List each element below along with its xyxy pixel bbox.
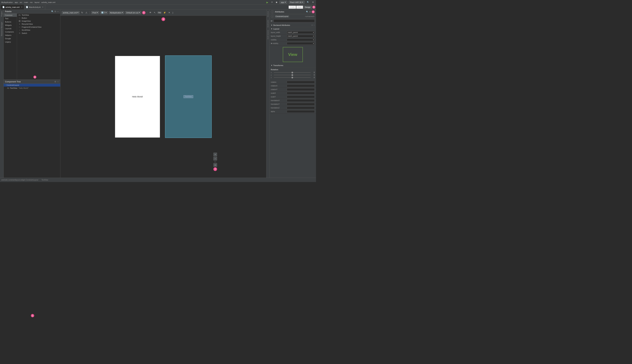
project-tab[interactable]: Project: [1, 10, 3, 18]
t-dropdown[interactable]: 🔤 T ▾: [100, 11, 108, 14]
palette-item-button[interactable]: □ Button: [17, 16, 60, 20]
category-widgets[interactable]: Widgets: [4, 24, 17, 27]
category-buttons[interactable]: Buttons: [4, 20, 17, 24]
breadcrumb-res[interactable]: res: [30, 1, 32, 3]
palette-item-scrollview[interactable]: ↕ ScrollView: [17, 28, 60, 32]
rotationX-input[interactable]: [287, 84, 315, 87]
info-icon[interactable]: i: [271, 10, 274, 13]
tab-main-activity[interactable]: 📄 MainActivity.kt ✕: [24, 5, 45, 10]
visibility-dropdown[interactable]: ▾: [287, 38, 315, 41]
rotation-input[interactable]: [287, 81, 315, 84]
tab-close-kt[interactable]: ✕: [42, 6, 44, 8]
attr-settings-button[interactable]: ⚙: [309, 10, 311, 13]
breadcrumb-src[interactable]: src: [20, 1, 22, 3]
component-tree-minimize[interactable]: —: [57, 80, 59, 83]
stop-button[interactable]: ◼: [275, 1, 278, 4]
breadcrumb-myapplication[interactable]: MyApplication: [1, 1, 13, 3]
category-helpers[interactable]: Helpers: [4, 34, 17, 37]
rotationY-input[interactable]: [287, 88, 315, 91]
tab-activity-main[interactable]: 📄 activity_main.xml ✕: [1, 5, 24, 10]
app-selector[interactable]: app ▾: [280, 1, 287, 4]
layout-section-header[interactable]: ▼ Layout: [270, 27, 316, 31]
layout-height-dropdown[interactable]: match_parent ▾: [287, 35, 315, 37]
build-variants-tab[interactable]: Build Variants: [267, 30, 269, 39]
add-attr-button[interactable]: +: [312, 24, 313, 26]
palette-settings-button[interactable]: ⚙: [54, 10, 56, 13]
category-text[interactable]: Text: [4, 17, 17, 20]
zoom-out-button[interactable]: −: [214, 157, 217, 160]
split-view-button[interactable]: Split: [296, 6, 303, 9]
locale-dropdown[interactable]: Default (en-us) ▾: [125, 11, 141, 14]
layout-width-arrow: ▾: [313, 32, 314, 33]
translationZ-input[interactable]: [287, 106, 315, 109]
zoom-in-button[interactable]: +: [214, 153, 217, 156]
bookmarks-tab[interactable]: Bookmarks: [267, 20, 269, 27]
breadcrumb-layout[interactable]: layout: [34, 1, 39, 3]
component-type-chip: ConstraintLayout: [275, 15, 289, 18]
rotation-z-thumb[interactable]: [292, 77, 293, 78]
breadcrumb-main[interactable]: main: [24, 1, 28, 3]
app-dropdown[interactable]: MyApplication ▾: [109, 11, 124, 14]
file-dropdown[interactable]: activity_main.xml ▾: [62, 11, 80, 14]
search-button[interactable]: 🔍: [306, 1, 310, 4]
run-button[interactable]: ▶: [266, 1, 269, 4]
palette-item-switch[interactable]: ⊙ Switch: [17, 32, 60, 35]
step-over-button[interactable]: ⟳: [270, 1, 274, 4]
category-containers[interactable]: Containers: [4, 30, 17, 34]
design-view-button[interactable]: Design: [303, 6, 312, 9]
toolbar-select-button[interactable]: ↖: [153, 11, 156, 14]
category-layouts[interactable]: Layouts: [4, 27, 17, 30]
rotation-x-thumb[interactable]: [292, 72, 293, 74]
tree-item-textview[interactable]: Ab TextView "Hello World!": [4, 86, 60, 90]
translationY-input[interactable]: [287, 103, 315, 106]
remove-attr-button[interactable]: −: [313, 24, 315, 26]
toolbar-eye-button[interactable]: 👁: [149, 11, 152, 14]
declared-attributes-section[interactable]: ▼ Declared Attributes + −: [270, 23, 316, 27]
layout-width-dropdown[interactable]: match_parent ▾: [287, 31, 315, 34]
rotation-x-slider[interactable]: [274, 72, 311, 73]
toolbar-guides-button[interactable]: |: [172, 11, 174, 14]
pixel-dropdown[interactable]: Pixel ▾: [91, 11, 99, 14]
palette-item-fragmentcontainer[interactable]: □ FragmentContainerView: [17, 26, 60, 28]
id-input[interactable]: [274, 19, 315, 22]
device-selector[interactable]: Pixel 4 API 30 ▾: [289, 1, 305, 4]
design-toolbar: activity_main.xml ▾ ↻ ⚠ Pixel ▾ 🔤 T ▾ My…: [60, 10, 266, 16]
settings-button[interactable]: ⚙: [311, 1, 315, 4]
palette-item-imageview[interactable]: 🖼 ImageView: [17, 20, 60, 22]
rotation-y-slider[interactable]: [274, 75, 311, 75]
palette-item-textview[interactable]: Ab TextView: [17, 14, 60, 16]
zoom-ratio: 1:1: [214, 161, 217, 163]
breadcrumb-file[interactable]: activity_main.xml: [42, 1, 56, 3]
translationX-input[interactable]: [287, 99, 315, 102]
tree-item-constraintlayout[interactable]: ⤴ ConstraintLayout: [4, 84, 60, 86]
category-common[interactable]: Common: [4, 14, 17, 17]
zoom-controls: + − 1:1 ⊡ 7: [214, 153, 217, 171]
tab-close-xml[interactable]: ✕: [21, 6, 22, 8]
zoom-fit-button[interactable]: ⊡: [214, 163, 217, 167]
component-tree-settings[interactable]: ⚙: [54, 80, 56, 83]
resource-manager-tab[interactable]: Resource Manager: [1, 21, 3, 37]
layout-height-value: match_parent: [288, 35, 298, 37]
attr-search-button[interactable]: 🔍: [306, 10, 308, 13]
structure-tab[interactable]: Structure: [267, 11, 269, 17]
category-google[interactable]: Google: [4, 37, 17, 40]
code-view-button[interactable]: Code: [289, 6, 296, 9]
category-legacy[interactable]: Legacy: [4, 40, 17, 44]
toolbar-clear-button[interactable]: ✕: [168, 11, 171, 14]
scaleX-input[interactable]: [287, 92, 315, 94]
rotation-y-thumb[interactable]: [292, 74, 293, 76]
palette-minimize-button[interactable]: —: [57, 10, 59, 13]
rotation-z-slider[interactable]: [274, 77, 311, 78]
toolbar-magnet-button[interactable]: ⚡: [163, 11, 167, 14]
toolbar-orient-button[interactable]: ↻: [80, 11, 84, 14]
transforms-section-header[interactable]: ▼ Transforms: [270, 64, 316, 67]
breadcrumb-app[interactable]: app: [15, 1, 18, 3]
constraint-info-icon[interactable]: i: [271, 15, 274, 18]
scaleY-input[interactable]: [287, 96, 315, 98]
toolbar-warn-button[interactable]: ⚠: [85, 11, 88, 14]
palette-item-recyclerview[interactable]: ≡ RecyclerView: [17, 22, 60, 26]
textview-blueprint-box[interactable]: TextView: [184, 95, 193, 98]
palette-search-button[interactable]: 🔍: [51, 10, 54, 13]
visibility-star-dropdown[interactable]: ▾: [287, 42, 315, 45]
alpha-input[interactable]: [287, 110, 315, 113]
